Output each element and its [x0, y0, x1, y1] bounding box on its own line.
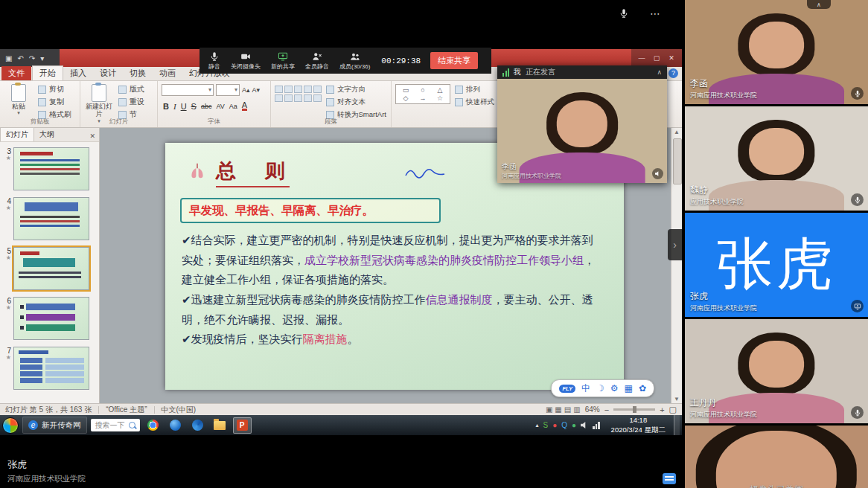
scrollbar-thumb[interactable]	[673, 138, 682, 184]
toolbar-members-button[interactable]: 成员(30/36)	[339, 51, 370, 71]
close-panel-button[interactable]: ✕	[89, 132, 99, 141]
participant-tile[interactable]: 摄像头已关闭	[685, 426, 868, 488]
tray-icon[interactable]: ▴	[536, 422, 539, 428]
sidebar-collapse-button[interactable]: ∧	[807, 0, 831, 9]
shape-button[interactable]: ▭	[398, 86, 413, 94]
ime-button[interactable]: 中	[581, 382, 590, 395]
view-button[interactable]: ▦	[555, 405, 561, 414]
window-control-button[interactable]: ✕	[664, 50, 679, 66]
tray-icon[interactable]	[581, 422, 588, 429]
font-style-button[interactable]: U	[181, 102, 187, 111]
qat-icon[interactable]: ↷	[29, 54, 35, 62]
participant-tile[interactable]: 魏静应用技术职业学院	[685, 106, 868, 211]
shape-button[interactable]: ○	[415, 86, 430, 94]
slide-thumbnail-6[interactable]	[13, 297, 89, 340]
qat-icon[interactable]: ▾	[40, 54, 44, 62]
tray-icon[interactable]: Q	[561, 421, 567, 429]
language-indicator[interactable]: 中文(中国)	[162, 405, 197, 415]
ime-button[interactable]: FLY	[559, 385, 575, 393]
ime-button[interactable]: ☽	[596, 383, 604, 394]
ppt-tab-切换[interactable]: 切换	[123, 66, 153, 80]
grow-font-button[interactable]: A▴	[242, 86, 250, 94]
ribbon-button[interactable]: 快速样式	[455, 97, 494, 107]
view-button[interactable]: ▤	[564, 405, 571, 414]
slide-thumbnail-3[interactable]	[13, 147, 89, 190]
tray-icon[interactable]	[593, 422, 600, 429]
slide-thumbnail-7[interactable]	[13, 347, 89, 390]
participant-tile[interactable]: 张虎张虎河南应用技术职业学院	[685, 213, 868, 317]
taskbar-search-box[interactable]: 搜索一下	[91, 419, 140, 431]
slide-thumbnail-4[interactable]	[13, 197, 89, 240]
taskbar-powerpoint-button[interactable]	[233, 417, 252, 434]
toolbar-camera-button[interactable]: 关闭摄像头	[231, 51, 261, 71]
zoom-slider[interactable]	[613, 408, 655, 411]
font-style-button[interactable]: A	[242, 101, 247, 111]
ppt-tab-设计[interactable]: 设计	[93, 66, 123, 80]
tray-icon[interactable]: S	[543, 421, 549, 429]
font-name-select[interactable]: ▾	[162, 84, 214, 96]
font-style-button[interactable]: Aa	[229, 103, 237, 110]
qat-icon[interactable]: ▣	[5, 54, 12, 62]
end-share-button[interactable]: 结束共享	[430, 52, 478, 69]
font-style-button[interactable]: AV	[216, 103, 224, 110]
toolbar-share-button[interactable]: 新的共享	[271, 51, 295, 71]
taskbar-ie-button[interactable]: 新开传奇网	[22, 417, 87, 434]
font-style-button[interactable]: I	[173, 102, 176, 111]
ppt-tab-插入[interactable]: 插入	[63, 66, 93, 80]
shape-button[interactable]: ☆	[433, 94, 447, 102]
show-desktop-button[interactable]	[674, 415, 680, 435]
chat-button[interactable]	[663, 473, 676, 484]
ribbon-button[interactable]: 重设	[118, 97, 144, 107]
font-size-select[interactable]: ▾	[216, 84, 240, 96]
font-style-button[interactable]: S	[191, 102, 197, 111]
paste-button[interactable]: 粘贴▾	[4, 84, 33, 116]
hide-sidebar-button[interactable]: ›	[668, 229, 682, 260]
vertical-scrollbar[interactable]: ▲ ▼	[671, 128, 682, 403]
collapse-video-icon[interactable]: ∧	[657, 68, 662, 76]
ribbon-button[interactable]: 文字方向	[326, 85, 386, 94]
taskbar-browser2-button[interactable]	[188, 417, 207, 434]
taskbar-clock[interactable]: 14:18 2020/3/24 星期二	[607, 416, 670, 434]
audio-device-button[interactable]	[616, 6, 631, 21]
toolbar-mute-button[interactable]: 静音	[208, 51, 220, 71]
ppt-tab-开始[interactable]: 开始	[32, 65, 63, 80]
zoom-out-button[interactable]: −	[604, 405, 609, 414]
taskbar-explorer-button[interactable]	[211, 417, 229, 434]
participant-tile[interactable]: 李函河南应用技术职业学院	[685, 0, 868, 104]
floating-video-window[interactable]: 我 正在发言 ∧ 李函 河南应用技术职业学院	[497, 65, 667, 183]
ribbon-button[interactable]: 复制	[38, 97, 71, 107]
toolbar-mute-all-button[interactable]: 全员静音	[305, 51, 329, 71]
slide-thumbnail-5[interactable]	[13, 247, 89, 290]
scroll-up-icon[interactable]: ▲	[671, 129, 682, 135]
ime-button[interactable]: ✿	[639, 383, 646, 394]
ime-button[interactable]: ▦	[625, 383, 633, 394]
ribbon-button[interactable]: 对齐文本	[326, 97, 386, 107]
zoom-in-button[interactable]: +	[660, 405, 664, 414]
start-button[interactable]	[2, 417, 19, 434]
ppt-tab-动画[interactable]: 动画	[153, 66, 182, 80]
ime-button[interactable]: ⚙	[610, 383, 619, 394]
font-style-button[interactable]: B	[163, 102, 169, 111]
window-control-button[interactable]: —	[634, 50, 649, 66]
participant-tile[interactable]: 王丹丹河南应用技术职业学院	[685, 319, 868, 423]
ppt-tab-文件[interactable]: 文件	[1, 66, 31, 80]
shape-button[interactable]: △	[433, 86, 447, 94]
shape-button[interactable]: →	[415, 94, 430, 102]
tab-outline[interactable]: 大纲	[34, 128, 60, 141]
font-style-button[interactable]: abc	[201, 103, 212, 110]
qat-icon[interactable]: ↶	[17, 54, 23, 62]
shape-button[interactable]: ◇	[398, 94, 413, 102]
more-options-button[interactable]: ⋯	[648, 6, 663, 21]
scroll-down-icon[interactable]: ▼	[671, 396, 682, 402]
tab-slides[interactable]: 幻灯片	[0, 127, 34, 141]
tray-icon[interactable]: ●	[552, 421, 557, 429]
tray-icon[interactable]: ●	[572, 421, 576, 429]
help-button[interactable]: ?	[668, 68, 678, 78]
paragraph-format-buttons[interactable]	[275, 86, 322, 102]
shrink-font-button[interactable]: A▾	[252, 86, 261, 94]
view-button[interactable]: ▣	[546, 405, 552, 414]
window-control-button[interactable]: ▢	[649, 50, 664, 66]
view-button[interactable]: ▥	[573, 405, 580, 414]
taskbar-browser-button[interactable]	[166, 417, 185, 434]
fit-to-window-button[interactable]: ▢	[669, 405, 677, 414]
